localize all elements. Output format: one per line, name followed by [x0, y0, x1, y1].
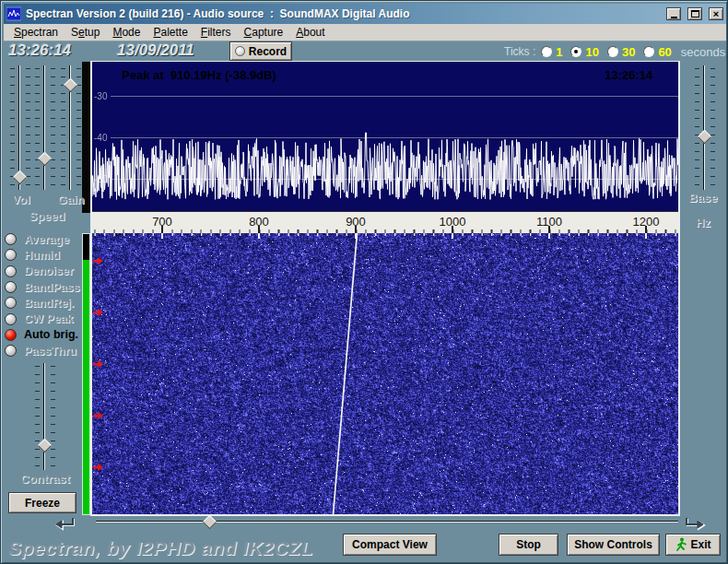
frequency-minor-ticks: [92, 229, 678, 233]
app-icon: [6, 6, 21, 21]
branding-text: Spectran, by I2PHD and IK2CZL: [8, 537, 313, 559]
contrast-slider[interactable]: [35, 363, 55, 470]
filter-led-icon[interactable]: [5, 265, 17, 277]
menu-item-palette[interactable]: Palette: [147, 25, 194, 40]
maximize-icon: [691, 10, 699, 18]
base-slider-thumb[interactable]: [698, 130, 712, 145]
filter-humid[interactable]: Humid: [5, 247, 89, 263]
filter-bandrej[interactable]: BandRej.: [5, 295, 89, 311]
window-title: Spectran Version 2 (build 216) - Audio s…: [26, 7, 660, 20]
ticks-label: Ticks :: [504, 45, 535, 58]
filter-average[interactable]: Average: [5, 231, 89, 247]
filter-label: BandRej.: [24, 297, 74, 310]
date-display: 13/09/2011: [117, 41, 194, 60]
maximize-button[interactable]: [687, 7, 702, 20]
speed-label: Speed: [23, 209, 71, 223]
minimize-icon: [671, 17, 677, 18]
filter-led-icon[interactable]: [5, 233, 17, 245]
radio-icon[interactable]: [643, 46, 654, 57]
spectrum-side-bar: [82, 62, 90, 213]
hz-unit-label: Hz: [675, 216, 728, 229]
radio-icon[interactable]: [541, 46, 552, 57]
ticks-option-30[interactable]: 30: [607, 45, 635, 59]
menu-bar: SpectranSetupModePaletteFiltersCaptureAb…: [4, 24, 726, 41]
scroll-left-arrow-icon[interactable]: [53, 513, 76, 532]
horizontal-scroll-track[interactable]: [96, 521, 678, 523]
filter-label: Auto brig.: [24, 328, 78, 341]
time-display: 13:26:14: [8, 41, 71, 60]
vol-label: Vol: [5, 193, 38, 206]
ticks-option-label: 10: [585, 45, 598, 59]
exit-button[interactable]: Exit: [665, 534, 721, 556]
freq-major-tick: [258, 226, 260, 233]
filter-led-icon[interactable]: [5, 345, 17, 357]
filter-label: Average: [24, 233, 69, 246]
menu-item-setup[interactable]: Setup: [65, 25, 106, 40]
display-area: 700800900100011001200 Peak at 910.19Hz (…: [90, 61, 680, 516]
ticks-options: 1103060: [541, 45, 675, 59]
gain-slider-thumb[interactable]: [64, 78, 78, 93]
vol-slider-thumb[interactable]: [13, 170, 28, 185]
filter-auto-brig[interactable]: Auto brig.: [5, 327, 89, 343]
menu-item-about[interactable]: About: [289, 25, 331, 40]
radio-icon[interactable]: [570, 46, 581, 57]
waterfall-display[interactable]: [92, 233, 678, 514]
filter-led-icon[interactable]: [5, 313, 17, 325]
title-bar: Spectran Version 2 (build 216) - Audio s…: [4, 4, 726, 24]
ticks-option-60[interactable]: 60: [643, 45, 671, 59]
ticks-option-label: 60: [658, 45, 671, 59]
ticks-unit-label: seconds: [681, 45, 725, 59]
gain-label: Gain: [54, 193, 88, 206]
freq-major-tick: [548, 226, 550, 233]
record-led-icon: [235, 46, 245, 56]
spectrum-clock: 13:26:14: [605, 68, 652, 82]
base-slider[interactable]: [695, 65, 715, 190]
spectrum-plot[interactable]: [92, 62, 678, 211]
scroll-right-arrow-icon[interactable]: [684, 513, 706, 532]
menu-item-filters[interactable]: Filters: [194, 25, 238, 40]
radio-icon[interactable]: [607, 46, 618, 57]
minimize-button[interactable]: [666, 7, 681, 20]
contrast-label: Contrast: [5, 472, 86, 486]
base-label: Base: [675, 191, 728, 205]
contrast-slider-thumb[interactable]: [38, 439, 53, 453]
ticks-option-10[interactable]: 10: [570, 45, 598, 59]
filter-led-icon[interactable]: [5, 329, 17, 341]
frequency-scale: 700800900100011001200: [92, 211, 678, 233]
freq-major-tick: [161, 226, 163, 233]
speed-slider-thumb[interactable]: [38, 152, 53, 167]
vol-slider[interactable]: [10, 65, 30, 190]
record-button[interactable]: Record: [229, 41, 292, 61]
running-man-icon: [675, 537, 687, 552]
freq-major-tick: [645, 226, 647, 233]
filter-denoiser[interactable]: Denoiser: [5, 264, 89, 279]
filter-cw-peak[interactable]: CW Peak: [5, 311, 89, 326]
peak-readout: Peak at 910.19Hz (-38.9dB): [122, 68, 276, 82]
compact-view-button[interactable]: Compact View: [343, 534, 437, 556]
horizontal-scroll-thumb[interactable]: [203, 515, 217, 530]
spectran-window: Spectran Version 2 (build 216) - Audio s…: [0, 0, 728, 564]
filter-led-icon[interactable]: [5, 249, 17, 261]
freq-major-tick: [452, 226, 453, 233]
ticks-option-label: 1: [556, 45, 562, 59]
filter-passthru[interactable]: PassThru: [5, 343, 89, 358]
gain-slider[interactable]: [61, 65, 81, 190]
filter-led-icon[interactable]: [5, 281, 17, 293]
menu-item-spectran[interactable]: Spectran: [7, 25, 65, 40]
speed-slider[interactable]: [35, 65, 55, 190]
filter-label: PassThru: [24, 345, 76, 358]
freq-major-tick: [355, 226, 357, 233]
menu-item-capture[interactable]: Capture: [238, 25, 290, 40]
filter-bandpass[interactable]: BandPass: [5, 279, 89, 295]
freeze-button[interactable]: Freeze: [8, 492, 76, 513]
stop-button[interactable]: Stop: [499, 534, 558, 556]
show-controls-button[interactable]: Show Controls: [567, 534, 660, 556]
filter-label: Humid: [24, 249, 60, 262]
record-label: Record: [249, 45, 287, 58]
close-button[interactable]: ×: [709, 7, 723, 20]
filter-list: AverageHumidDenoiserBandPassBandRej.CW P…: [5, 231, 89, 358]
menu-item-mode[interactable]: Mode: [106, 25, 147, 40]
filter-label: Denoiser: [24, 264, 74, 277]
ticks-option-1[interactable]: 1: [541, 45, 562, 59]
filter-led-icon[interactable]: [5, 297, 17, 309]
